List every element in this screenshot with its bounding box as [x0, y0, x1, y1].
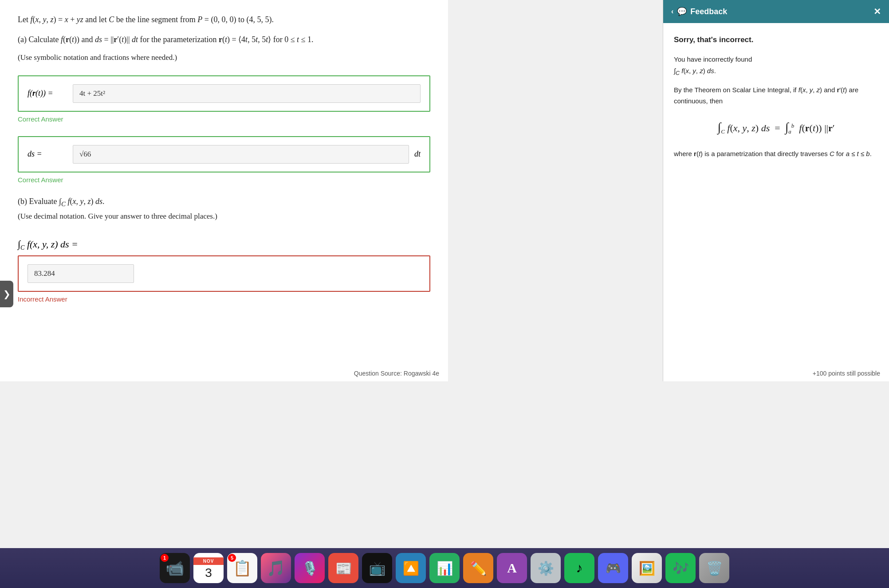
dock-calendar-month: NOV [193, 557, 224, 565]
dock-item-music[interactable]: 🎵 [261, 553, 291, 583]
nav-arrow[interactable]: ❯ [0, 281, 13, 307]
integral-answer-container [18, 255, 430, 292]
dock-item-numbers[interactable]: 📊 [429, 553, 460, 583]
part-a-title: (a) Calculate f(r(t)) and ds = ||r′(t)||… [18, 33, 430, 46]
question-source: Question Source: Rogawski 4e [354, 370, 439, 377]
f-label: f(r(t)) = [28, 89, 67, 98]
ds-correct-label: Correct Answer [18, 176, 430, 184]
dock-badge-facetime: 1 [161, 554, 169, 562]
points-possible: +100 points still possible [813, 370, 880, 377]
dock-badge-reminders: 5 [228, 554, 236, 562]
integral-input[interactable] [28, 264, 134, 283]
feedback-panel: ‹ 💬 Feedback ✕ Sorry, that's incorrect. … [663, 0, 889, 381]
feedback-theorem-intro: By the Theorem on Scalar Line Integral, … [674, 84, 878, 107]
dock-item-preview[interactable]: 🖼️ [632, 553, 662, 583]
dock-calendar-day: 3 [205, 565, 212, 579]
feedback-back-button[interactable]: ‹ [671, 8, 673, 16]
main-content: Let f(x, y, z) = x + yz and let C be the… [0, 0, 448, 381]
dock-item-sysprefs[interactable]: ⚙️ [531, 553, 561, 583]
ds-suffix: dt [414, 149, 421, 159]
f-input[interactable] [73, 84, 421, 103]
dock-item-calendar[interactable]: NOV 3 [193, 553, 224, 583]
dock-item-discord[interactable]: 🎮 [598, 553, 628, 583]
ds-label: ds = [28, 149, 67, 159]
part-b-title: (b) Evaluate ∫C f(x, y, z) ds. [18, 197, 430, 208]
part-a-instruction: (Use symbolic notation and fractions whe… [18, 53, 430, 62]
dock-item-podcasts[interactable]: 🎙️ [295, 553, 325, 583]
dock-item-pages[interactable]: ✏️ [463, 553, 493, 583]
ds-input[interactable] [73, 145, 409, 164]
problem-intro: Let f(x, y, z) = x + yz and let C be the… [18, 13, 430, 26]
part-b-instruction: (Use decimal notation. Give your answer … [18, 212, 430, 221]
f-answer-container: f(r(t)) = [18, 75, 430, 112]
dock-item-reminders[interactable]: 5 📋 [227, 553, 257, 583]
feedback-header: ‹ 💬 Feedback ✕ [663, 0, 889, 23]
feedback-sorry: Sorry, that's incorrect. [674, 34, 878, 46]
f-correct-label: Correct Answer [18, 115, 430, 123]
dock-item-facetime[interactable]: 1 📹 [160, 553, 190, 583]
feedback-integral-display: ∫C f(x, y, z) ds = ∫ab f(r(t)) ||r′ [674, 113, 878, 142]
feedback-title: Feedback [690, 7, 727, 16]
feedback-where: where r(t) is a parametrization that dir… [674, 148, 878, 160]
dock-item-spotify1[interactable]: ♪ [564, 553, 594, 583]
dock: 1 📹 NOV 3 5 📋 🎵 🎙️ 📰 📺 🔼 📊 ✏️ A [0, 548, 889, 588]
integral-incorrect-label: Incorrect Answer [18, 295, 430, 303]
dock-item-tv[interactable]: 📺 [362, 553, 392, 583]
feedback-body: Sorry, that's incorrect. You have incorr… [663, 23, 889, 176]
ds-answer-container: ds = dt [18, 136, 430, 172]
dock-item-finder[interactable]: 🔼 [396, 553, 426, 583]
dock-item-news[interactable]: 📰 [328, 553, 358, 583]
feedback-paragraph1: You have incorrectly found ∫C f(x, y, z)… [674, 54, 878, 78]
dock-item-spotify2[interactable]: 🎶 [665, 553, 696, 583]
integral-label: ∫C f(x, y, z) ds = [18, 239, 78, 251]
dock-item-trash[interactable]: 🗑️ [699, 553, 729, 583]
dock-item-fontbook[interactable]: A [497, 553, 527, 583]
feedback-close-button[interactable]: ✕ [873, 6, 881, 17]
feedback-icon: 💬 [677, 7, 687, 16]
